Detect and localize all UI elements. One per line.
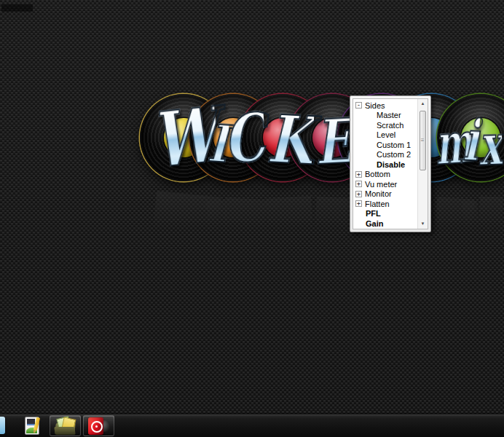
- scroll-up-icon[interactable]: ▲: [418, 99, 428, 109]
- tree-item-gain[interactable]: Gain: [353, 219, 417, 229]
- tree-item-label: Sides: [365, 101, 385, 110]
- tree-item-flatten[interactable]: + Flatten: [353, 199, 417, 209]
- taskbar: [0, 414, 504, 437]
- tree-item-bottom[interactable]: + Bottom: [353, 170, 417, 180]
- scroll-thumb[interactable]: ≡: [420, 111, 426, 170]
- expand-icon[interactable]: +: [355, 181, 362, 187]
- tree-item-label: Vu meter: [365, 180, 397, 189]
- thumb-grip-icon: ≡: [420, 137, 425, 144]
- taskbar-item-document-editor[interactable]: [22, 416, 42, 436]
- tree-item-disable[interactable]: Disable: [353, 160, 417, 170]
- tree-item-label: Gain: [366, 219, 383, 228]
- tree-item-label: Monitor: [365, 189, 392, 198]
- logo-letter: C: [221, 197, 267, 266]
- desktop-wallpaper: W I C K E D m i x W I C K E D m i x - Si…: [0, 0, 504, 437]
- tree-item-label: Level: [377, 130, 395, 139]
- chart-shape: [27, 419, 35, 425]
- tree-item-label: Disable: [377, 160, 405, 169]
- expand-icon[interactable]: +: [355, 200, 362, 207]
- document-editor-icon: [25, 417, 39, 435]
- tree-item-level[interactable]: Level: [353, 130, 417, 141]
- tree-item-label: PFL: [366, 209, 381, 218]
- scrollbar[interactable]: ▲ ≡ ▼: [417, 99, 428, 229]
- notes-folder-icon: [55, 417, 76, 435]
- tree-item-monitor[interactable]: + Monitor: [353, 189, 417, 200]
- logo-letter: x: [478, 196, 503, 253]
- tree-item-custom-2[interactable]: Custom 2: [353, 150, 417, 160]
- collapse-icon[interactable]: -: [355, 102, 362, 109]
- tree-item-master[interactable]: Master: [353, 111, 417, 121]
- record-dot-shape: [95, 425, 98, 428]
- taskbar-button-notes-folder[interactable]: [50, 415, 81, 436]
- tree-item-label: Custom 1: [377, 141, 411, 149]
- tree-item-label: Bottom: [365, 170, 390, 178]
- partial-taskbar-icon[interactable]: [0, 417, 5, 434]
- folder-front-shape: [54, 427, 76, 435]
- tree-item-sides[interactable]: - Sides: [353, 101, 417, 111]
- tree-item-pfl[interactable]: PFL: [353, 209, 417, 219]
- tree-item-label: Master: [377, 111, 401, 119]
- logo-letter: K: [266, 106, 315, 174]
- taskbar-button-mixer-app[interactable]: [83, 415, 114, 436]
- logo-letter: E: [313, 111, 353, 174]
- options-tree: - Sides Master Scratch Level Custom 1 Cu…: [353, 99, 417, 229]
- tree-item-vu-meter[interactable]: + Vu meter: [353, 179, 417, 189]
- options-popup-body: - Sides Master Scratch Level Custom 1 Cu…: [353, 98, 428, 229]
- mixer-app-icon: [88, 417, 110, 436]
- tree-item-custom-1[interactable]: Custom 1: [353, 140, 417, 150]
- tree-item-scratch[interactable]: Scratch: [353, 120, 417, 130]
- expand-icon[interactable]: +: [355, 191, 362, 197]
- options-popup: - Sides Master Scratch Level Custom 1 Cu…: [350, 95, 431, 232]
- logo-letter: x: [478, 116, 503, 173]
- tree-item-label: Scratch: [377, 121, 403, 130]
- expand-icon[interactable]: +: [355, 171, 362, 178]
- logo-letter: C: [221, 104, 267, 173]
- scroll-down-icon[interactable]: ▼: [418, 219, 428, 229]
- logo-letter: E: [313, 197, 353, 260]
- tree-item-label: Custom 2: [377, 150, 411, 159]
- logo-letter: K: [266, 196, 315, 264]
- tree-item-label: Flatten: [365, 200, 390, 208]
